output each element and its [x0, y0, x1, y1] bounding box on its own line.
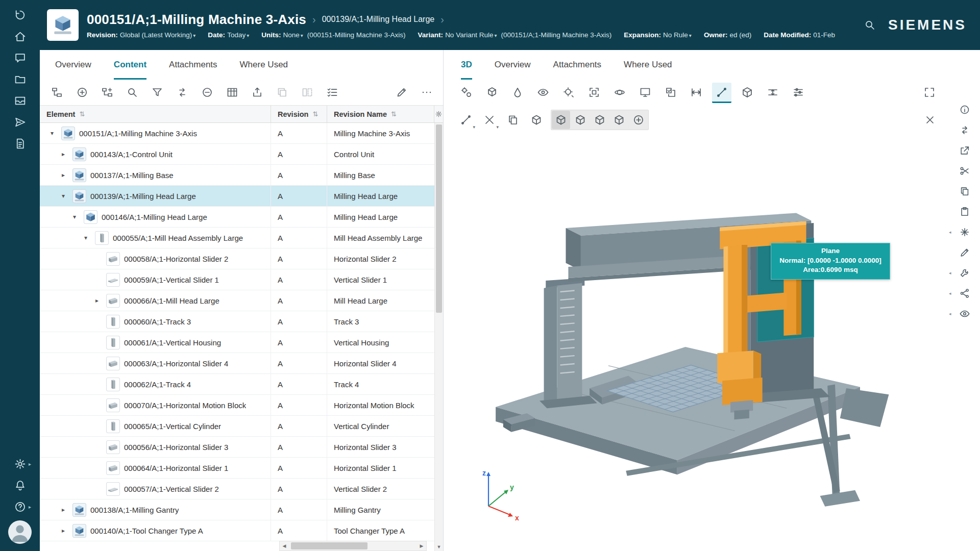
tab-content[interactable]: Content — [114, 50, 146, 80]
open-window-icon[interactable] — [957, 144, 972, 157]
table-row[interactable]: ▾000055/A;1-Mill Head Assembly LargeAMil… — [40, 228, 434, 248]
compare-icon[interactable] — [298, 83, 316, 102]
viewer-canvas[interactable]: Plane Normal: [0.0000 -1.0000 0.0000] Ar… — [444, 134, 949, 551]
insert-level-icon[interactable] — [98, 83, 116, 102]
close-icon[interactable] — [921, 111, 939, 129]
measure-line-icon[interactable]: ▾ — [457, 111, 475, 129]
dropdown-caret-icon[interactable]: ▾ — [193, 33, 195, 38]
scroll-left-arrow[interactable]: ◀ — [280, 543, 289, 548]
proximity-icon[interactable] — [559, 83, 578, 103]
info-icon[interactable] — [957, 103, 972, 116]
copy-icon[interactable] — [957, 185, 972, 198]
bell-icon[interactable] — [8, 477, 32, 494]
measure-distance-icon[interactable] — [712, 83, 731, 103]
add-icon[interactable] — [73, 83, 91, 102]
dropdown-caret-icon[interactable]: ▾ — [247, 33, 249, 38]
inbox-icon[interactable] — [8, 92, 32, 109]
multi-select-icon[interactable] — [661, 83, 680, 103]
share-icon[interactable] — [957, 287, 972, 300]
edit-icon[interactable] — [957, 246, 972, 259]
scroll-right-arrow[interactable]: ▶ — [417, 543, 426, 548]
align-icon[interactable] — [957, 226, 972, 239]
clone-icon[interactable] — [273, 83, 291, 102]
table-row[interactable]: ▸000137/A;1-Milling BaseAMilling Base — [40, 165, 434, 186]
tab-overview[interactable]: Overview — [55, 50, 91, 80]
report-icon[interactable] — [8, 135, 32, 152]
folder-icon[interactable] — [8, 70, 32, 88]
render-icon[interactable] — [508, 83, 527, 103]
column-header-revision[interactable]: Revision⇅ — [271, 106, 327, 122]
viewer-tab-overview[interactable]: Overview — [495, 50, 531, 80]
fullscreen-icon[interactable] — [920, 83, 939, 103]
home-icon[interactable] — [8, 28, 32, 45]
filter-icon[interactable] — [148, 83, 166, 102]
sort-icon[interactable]: ⇅ — [391, 110, 397, 118]
cube-icon[interactable] — [571, 111, 590, 129]
breadcrumb-item[interactable]: 000139/A;1-Milling Head Large — [322, 15, 435, 24]
panel-chevron-icon[interactable]: ◂ — [949, 270, 951, 276]
dropdown-caret-icon[interactable]: ▾ — [494, 33, 497, 38]
column-header-element[interactable]: Element⇅ — [40, 106, 271, 122]
meta-units[interactable]: Units:None▾(000151-Milling Machine 3-Axi… — [261, 31, 405, 39]
panel-chevron-icon[interactable]: ◂ — [949, 291, 951, 296]
fit-icon[interactable] — [584, 83, 604, 103]
scrollbar-track[interactable] — [289, 541, 417, 550]
exclude-icon[interactable] — [198, 83, 216, 102]
table-row[interactable]: 000064/A;1-Horizontal Slider 1AHorizonta… — [40, 458, 434, 479]
table-row[interactable]: 000056/A;1-Horizontal Slider 3AHorizonta… — [40, 437, 434, 458]
dropdown-caret-icon[interactable]: ▾ — [301, 33, 303, 38]
add-icon[interactable] — [629, 111, 648, 129]
table-row[interactable]: 000063/A;1-Horizontal Slider 4AHorizonta… — [40, 353, 434, 374]
dropdown-caret-icon[interactable]: ▾ — [689, 33, 692, 38]
meta-revision[interactable]: Revision:Global (Latest Working)▾ — [87, 31, 195, 39]
sort-icon[interactable]: ⇅ — [79, 110, 85, 118]
replace-icon[interactable] — [173, 83, 191, 102]
table-row[interactable]: 000061/A;1-Vertical HousingAVertical Hou… — [40, 332, 434, 353]
table-row[interactable]: 000059/A;1-Vertical Slider 1AVertical Sl… — [40, 269, 434, 290]
scrollbar-thumb[interactable] — [291, 542, 368, 549]
tools-icon[interactable] — [957, 266, 972, 280]
cube-icon[interactable] — [527, 111, 546, 129]
chat-icon[interactable] — [8, 49, 32, 66]
table-row[interactable]: 000057/A;1-Vertical Slider 2AVertical Sl… — [40, 479, 434, 499]
display-settings-icon[interactable] — [635, 83, 655, 103]
user-avatar[interactable] — [8, 520, 32, 544]
visibility-icon[interactable] — [957, 307, 972, 320]
expander-icon[interactable]: ▸ — [58, 506, 68, 513]
settings-icon[interactable]: ▸ — [8, 455, 32, 472]
pmi-icon[interactable] — [457, 83, 476, 103]
cut-icon[interactable] — [957, 164, 972, 178]
help-icon[interactable]: ▸ — [8, 498, 32, 515]
thickness-icon[interactable] — [763, 83, 782, 103]
panel-chevron-icon[interactable]: ◂ — [949, 230, 951, 235]
cube-icon[interactable] — [552, 111, 570, 129]
meta-expansion[interactable]: Expansion:No Rule▾ — [624, 31, 692, 39]
table-row[interactable]: ▸000138/A;1-Milling GantryAMilling Gantr… — [40, 499, 434, 520]
table-row[interactable]: ▸000143/A;1-Control UnitAControl Unit — [40, 144, 434, 165]
orbit-icon[interactable] — [610, 83, 629, 103]
measure-quick-icon[interactable] — [687, 83, 706, 103]
paste-icon[interactable] — [957, 205, 972, 218]
scroll-down-arrow[interactable]: ▼ — [435, 543, 443, 551]
recent-icon[interactable] — [8, 6, 32, 23]
table-row[interactable]: 000060/A;1-Track 3ATrack 3 — [40, 311, 434, 332]
table-row[interactable]: ▸000140/A;1-Tool Changer Type AATool Cha… — [40, 520, 434, 541]
panel-chevron-icon[interactable]: ◂ — [949, 311, 951, 316]
viewer-tab-3d[interactable]: 3D — [461, 50, 472, 80]
table-row[interactable]: ▾000139/A;1-Milling Head LargeAMilling H… — [40, 186, 434, 207]
more-icon[interactable] — [418, 83, 436, 102]
column-header-revision-name[interactable]: Revision Name⇅ — [327, 106, 434, 122]
tab-attachments[interactable]: Attachments — [169, 50, 217, 80]
cube-icon[interactable] — [610, 111, 628, 129]
meta-date[interactable]: Date:Today▾ — [208, 31, 249, 39]
viewer-tab-where-used[interactable]: Where Used — [624, 50, 672, 80]
table-row[interactable]: 000070/A;1-Horizontal Motion BlockAHoriz… — [40, 395, 434, 416]
expander-icon[interactable]: ▸ — [58, 527, 68, 534]
table-row[interactable]: 000058/A;1-Horizontal Slider 2AHorizonta… — [40, 248, 434, 269]
expander-icon[interactable]: ▾ — [69, 213, 80, 220]
table-row[interactable]: ▾000151/A;1-Milling Machine 3-AxisAMilli… — [40, 123, 434, 144]
export-icon[interactable] — [248, 83, 266, 102]
search-button[interactable] — [861, 16, 879, 34]
expander-icon[interactable]: ▸ — [92, 297, 102, 304]
sort-icon[interactable]: ⇅ — [312, 110, 318, 118]
